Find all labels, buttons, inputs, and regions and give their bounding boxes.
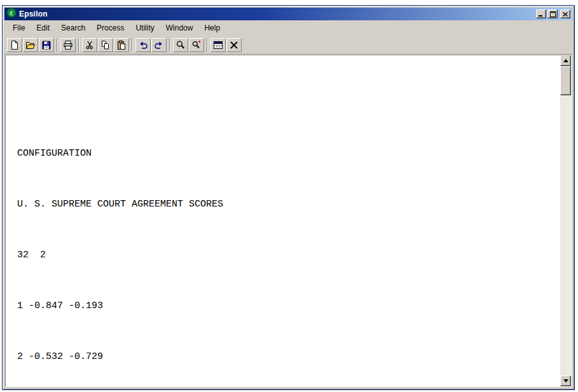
editor-text-content[interactable]: CONFIGURATION U. S. SUPREME COURT AGREEM…	[6, 55, 560, 386]
app-window: ε Epsilon File Edit Search Process Utili…	[2, 5, 575, 390]
edit-area: CONFIGURATION U. S. SUPREME COURT AGREEM…	[5, 55, 572, 387]
menu-item[interactable]: Edit	[31, 22, 55, 35]
scroll-up-button[interactable]	[560, 55, 571, 66]
minimize-icon	[539, 12, 544, 17]
menu-item[interactable]: Search	[55, 22, 91, 35]
buffer-sups-dat: CONFIGURATION U. S. SUPREME COURT AGREEM…	[17, 97, 560, 386]
minimize-button[interactable]	[536, 10, 546, 18]
copy-icon	[100, 40, 111, 50]
scrollbar-thumb[interactable]	[560, 66, 571, 95]
open-file-icon	[25, 40, 36, 50]
save-file-icon	[41, 40, 52, 50]
menu-item[interactable]: Process	[91, 22, 130, 35]
menu-item[interactable]: Utility	[130, 22, 160, 35]
text-line: 32 2	[17, 249, 560, 262]
menu-item[interactable]: Window	[160, 22, 199, 35]
undo-button[interactable]	[135, 38, 151, 52]
svg-text:ε: ε	[10, 9, 13, 17]
paste-icon	[116, 40, 127, 50]
open-file-button[interactable]	[23, 38, 38, 52]
arrow-up-icon	[563, 59, 568, 62]
new-file-button[interactable]	[7, 38, 22, 52]
arrow-down-icon	[563, 379, 568, 382]
vertical-scrollbar[interactable]	[560, 55, 571, 386]
paste-button[interactable]	[114, 38, 129, 52]
search-replace-icon	[191, 40, 202, 50]
undo-icon	[138, 40, 148, 50]
menu-bar: File Edit Search Process Utility Window …	[4, 22, 572, 35]
redo-button[interactable]	[151, 38, 167, 52]
window-controls	[536, 10, 570, 18]
print-icon	[63, 40, 73, 50]
save-file-button[interactable]	[39, 38, 54, 52]
close-button[interactable]	[560, 10, 570, 18]
dialog-grid-button[interactable]	[210, 38, 226, 52]
toolbar-separator	[207, 38, 208, 52]
search-icon	[175, 40, 186, 50]
close-icon	[563, 12, 568, 17]
print-button[interactable]	[60, 38, 76, 52]
new-file-icon	[10, 40, 20, 50]
epsilon-app-icon: ε	[6, 8, 17, 20]
cut-button[interactable]	[82, 38, 97, 52]
close-x-icon	[229, 40, 239, 50]
toolbar-separator	[132, 38, 133, 52]
toolbar-separator	[169, 38, 170, 52]
cut-icon	[85, 40, 95, 50]
text-line: CONFIGURATION	[17, 147, 560, 160]
title-bar[interactable]: ε Epsilon	[4, 8, 572, 20]
toolbar	[4, 36, 572, 54]
toolbar-separator	[57, 38, 58, 52]
copy-button[interactable]	[98, 38, 113, 52]
window-title: Epsilon	[19, 10, 48, 18]
menu-item[interactable]: Help	[198, 22, 226, 35]
redo-icon	[154, 40, 164, 50]
search-replace-button[interactable]	[189, 38, 204, 52]
close-buffer-button[interactable]	[226, 38, 242, 52]
dialog-grid-icon	[213, 40, 223, 50]
text-line: 2 -0.532 -0.729	[17, 351, 560, 363]
search-button[interactable]	[173, 38, 188, 52]
scroll-down-button[interactable]	[560, 375, 571, 386]
text-line: 1 -0.847 -0.193	[17, 300, 560, 313]
menu-item[interactable]: File	[7, 22, 31, 35]
maximize-button[interactable]	[547, 10, 558, 18]
text-line: U. S. SUPREME COURT AGREEMENT SCORES	[17, 198, 560, 211]
maximize-icon	[550, 11, 556, 17]
toolbar-separator	[78, 38, 79, 52]
